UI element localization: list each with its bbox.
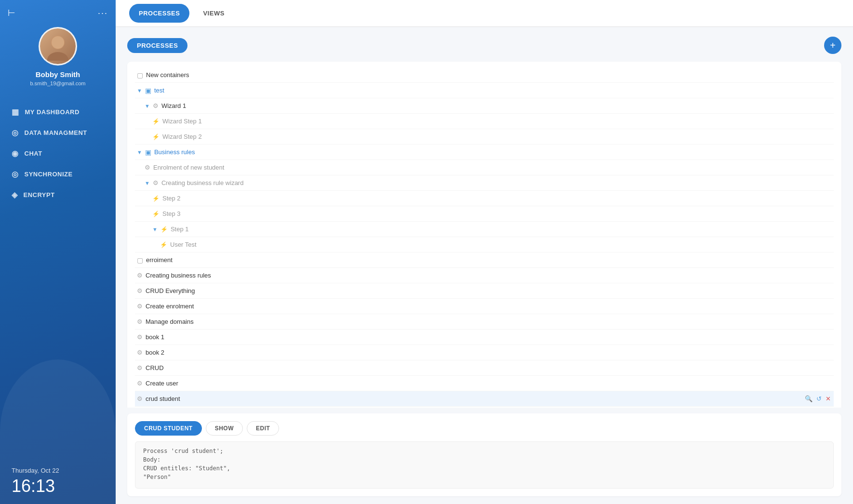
- sidebar-item-data[interactable]: ◎ DATA MANAGMENT: [0, 122, 116, 143]
- delete-action-icon[interactable]: ✕: [825, 255, 832, 265]
- search-action-icon[interactable]: 🔍: [804, 240, 813, 249]
- data-icon: ◎: [12, 128, 19, 137]
- search-action-icon[interactable]: 🔍: [804, 163, 813, 172]
- avatar: [39, 27, 77, 66]
- undo-action-icon[interactable]: ↺: [815, 302, 823, 311]
- delete-action-icon[interactable]: ✕: [825, 271, 832, 280]
- tab-processes[interactable]: PROCESSES: [129, 4, 189, 23]
- sidebar-item-dashboard[interactable]: ▦ MY DASHBOARD: [0, 102, 116, 122]
- search-action-icon[interactable]: 🔍: [804, 117, 813, 126]
- undo-action-icon[interactable]: ↺: [815, 363, 823, 372]
- bottom-tab-show[interactable]: SHOW: [206, 421, 243, 436]
- delete-action-icon[interactable]: ✕: [825, 379, 832, 388]
- search-action-icon[interactable]: 🔍: [804, 225, 813, 234]
- delete-action-icon[interactable]: ✕: [825, 302, 832, 311]
- tree-row-left: ▼ ⚙ Creating business rule wizard: [137, 179, 804, 186]
- tree-row-crud-everything: ⚙ CRUD Everything 🔍 ↺ ✕: [135, 283, 834, 299]
- sidebar-item-encrypt[interactable]: ◈ ENCRYPT: [0, 185, 116, 205]
- delete-action-icon[interactable]: ✕: [825, 163, 832, 172]
- search-action-icon[interactable]: 🔍: [804, 286, 813, 295]
- undo-action-icon[interactable]: ↺: [815, 271, 823, 280]
- search-action-icon[interactable]: 🔍: [804, 348, 813, 357]
- sidebar-item-chat[interactable]: ◉ CHAT: [0, 143, 116, 164]
- folder-grey-icon: ▢: [137, 71, 143, 79]
- delete-action-icon[interactable]: ✕: [825, 225, 832, 234]
- search-action-icon[interactable]: 🔍: [804, 379, 813, 388]
- delete-action-icon[interactable]: ✕: [825, 117, 832, 126]
- delete-action-icon[interactable]: ✕: [825, 101, 832, 110]
- expand-icon-creating[interactable]: ▼: [145, 180, 150, 186]
- sidebar-item-sync[interactable]: ◎ SYNCHRONIZE: [0, 164, 116, 185]
- process-icon: ⚙: [137, 395, 143, 402]
- search-action-icon[interactable]: 🔍: [804, 209, 813, 218]
- expand-icon-step1[interactable]: ▼: [152, 226, 158, 232]
- process-icon: ⚙: [137, 333, 143, 341]
- undo-action-icon[interactable]: ↺: [815, 86, 823, 95]
- expand-icon-wizard1[interactable]: ▼: [145, 103, 150, 109]
- tree-label-erroiment: erroiment: [146, 256, 173, 264]
- delete-action-icon[interactable]: ✕: [825, 317, 832, 326]
- search-action-icon[interactable]: 🔍: [804, 363, 813, 372]
- tree-row-left: ⚙ CRUD Everything: [137, 287, 804, 294]
- tab-views[interactable]: VIEWS: [193, 4, 234, 23]
- sidebar-exit-icon[interactable]: ⊢: [8, 8, 15, 18]
- undo-action-icon[interactable]: ↺: [815, 70, 823, 80]
- delete-action-icon[interactable]: ✕: [825, 209, 832, 218]
- undo-action-icon[interactable]: ↺: [815, 101, 823, 110]
- search-action-icon[interactable]: 🔍: [804, 86, 813, 95]
- undo-action-icon[interactable]: ↺: [815, 132, 823, 141]
- undo-action-icon[interactable]: ↺: [815, 317, 823, 326]
- expand-icon-business[interactable]: ▼: [137, 149, 142, 155]
- delete-action-icon[interactable]: ✕: [825, 286, 832, 295]
- delete-action-icon[interactable]: ✕: [825, 147, 832, 157]
- search-action-icon[interactable]: 🔍: [804, 132, 813, 141]
- undo-action-icon[interactable]: ↺: [815, 178, 823, 187]
- undo-action-icon[interactable]: ↺: [815, 348, 823, 357]
- bottom-tab-crud-student[interactable]: CRUD STUDENT: [135, 421, 202, 436]
- sidebar-menu-icon[interactable]: ···: [98, 8, 108, 18]
- undo-action-icon[interactable]: ↺: [815, 194, 823, 203]
- sidebar-time: 16:13: [12, 476, 104, 496]
- delete-action-icon[interactable]: ✕: [825, 194, 832, 203]
- code-line2: Body:: [143, 456, 826, 463]
- undo-action-icon[interactable]: ↺: [815, 163, 823, 172]
- search-action-icon[interactable]: 🔍: [804, 332, 813, 342]
- add-process-button[interactable]: +: [824, 37, 841, 54]
- undo-action-icon[interactable]: ↺: [815, 255, 823, 265]
- undo-action-icon[interactable]: ↺: [815, 117, 823, 126]
- delete-action-icon[interactable]: ✕: [825, 363, 832, 372]
- delete-action-icon[interactable]: ✕: [825, 132, 832, 141]
- search-action-icon[interactable]: 🔍: [804, 394, 813, 403]
- delete-action-icon[interactable]: ✕: [825, 348, 832, 357]
- undo-action-icon[interactable]: ↺: [815, 286, 823, 295]
- undo-action-icon[interactable]: ↺: [815, 209, 823, 218]
- search-action-icon[interactable]: 🔍: [804, 70, 813, 80]
- tree-label-wizard-step1: Wizard Step 1: [162, 118, 202, 125]
- search-action-icon[interactable]: 🔍: [804, 255, 813, 265]
- undo-action-icon[interactable]: ↺: [815, 147, 823, 157]
- delete-action-icon[interactable]: ✕: [825, 86, 832, 95]
- undo-action-icon[interactable]: ↺: [815, 240, 823, 249]
- undo-action-icon[interactable]: ↺: [815, 225, 823, 234]
- tree-row-wizard1: ▼ ⚙ Wizard 1 🔍 ↺ ✕: [135, 98, 834, 114]
- undo-action-icon[interactable]: ↺: [815, 332, 823, 342]
- tree-row-left: ⚙ Create enrolment: [137, 303, 804, 310]
- search-action-icon[interactable]: 🔍: [804, 271, 813, 280]
- search-action-icon[interactable]: 🔍: [804, 178, 813, 187]
- delete-action-icon[interactable]: ✕: [825, 178, 832, 187]
- expand-icon-test[interactable]: ▼: [137, 88, 142, 93]
- search-action-icon[interactable]: 🔍: [804, 194, 813, 203]
- search-action-icon[interactable]: 🔍: [804, 101, 813, 110]
- delete-action-icon[interactable]: ✕: [825, 332, 832, 342]
- undo-action-icon[interactable]: ↺: [815, 394, 823, 403]
- search-action-icon[interactable]: 🔍: [804, 302, 813, 311]
- bottom-tab-edit[interactable]: EDIT: [247, 421, 279, 436]
- delete-action-icon[interactable]: ✕: [825, 240, 832, 249]
- undo-action-icon[interactable]: ↺: [815, 379, 823, 388]
- delete-action-icon[interactable]: ✕: [825, 394, 832, 403]
- search-action-icon[interactable]: 🔍: [804, 317, 813, 326]
- delete-action-icon[interactable]: ✕: [825, 70, 832, 80]
- processes-button[interactable]: PROCESSES: [127, 38, 187, 53]
- search-action-icon[interactable]: 🔍: [804, 147, 813, 157]
- tree-row-left: ▼ ⚡ Step 1: [137, 225, 804, 233]
